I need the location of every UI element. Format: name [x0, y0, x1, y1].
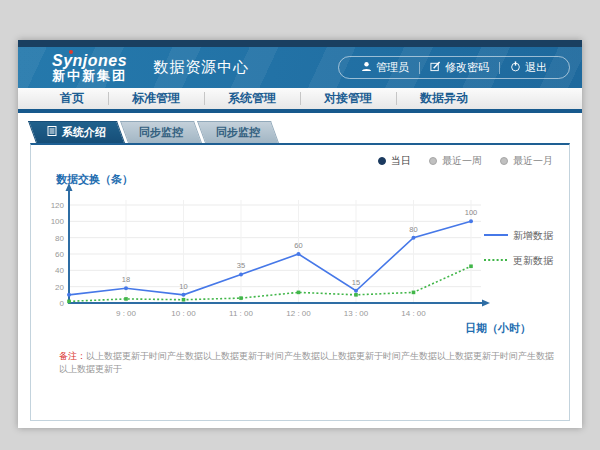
document-icon — [47, 121, 57, 143]
time-filter: 当日 最近一周 最近一月 — [378, 154, 553, 168]
logout-label: 退出 — [525, 60, 547, 75]
svg-text:100: 100 — [465, 208, 478, 217]
user-icon — [361, 61, 372, 74]
svg-text:18: 18 — [122, 275, 130, 284]
user-toolbar: 管理员 修改密码 退出 — [338, 56, 570, 79]
radio-icon — [500, 157, 508, 165]
filter-option-last-month[interactable]: 最近一月 — [500, 154, 553, 168]
nav-item-integration-mgmt[interactable]: 对接管理 — [300, 90, 396, 107]
nav-item-system-mgmt[interactable]: 系统管理 — [204, 90, 300, 107]
chart-panel: 当日 最近一周 最近一月 0204060801001209 : 0010 : 0… — [30, 143, 570, 421]
logout-button[interactable]: 退出 — [500, 60, 557, 75]
radio-selected-icon — [378, 157, 386, 165]
svg-text:20: 20 — [55, 283, 64, 292]
filter-option-last-week[interactable]: 最近一周 — [429, 154, 482, 168]
filter-option-today[interactable]: 当日 — [378, 154, 411, 168]
svg-text:15: 15 — [352, 278, 360, 287]
filter-label: 当日 — [391, 154, 411, 168]
app-window: Synjones 新中新集团 数据资源中心 管理员 修改密码 退出 — [18, 40, 582, 428]
content-area: 系统介绍 同步监控 同步监控 当日 — [18, 121, 582, 421]
tab-sync-monitor-1[interactable]: 同步监控 — [124, 121, 198, 143]
radio-icon — [429, 157, 437, 165]
edit-icon — [430, 61, 441, 74]
header: Synjones 新中新集团 数据资源中心 管理员 修改密码 退出 — [18, 47, 582, 88]
main-nav: 首页 标准管理 系统管理 对接管理 数据异动 — [18, 88, 582, 113]
remark-label: 备注： — [59, 351, 86, 361]
svg-text:80: 80 — [55, 234, 64, 243]
tab-label: 同步监控 — [139, 121, 183, 143]
power-icon — [510, 61, 521, 74]
remark-text: 以上数据更新于时间产生数据以上数据更新于时间产生数据以上数据更新于时间产生数据以… — [59, 351, 554, 374]
svg-text:9 : 00: 9 : 00 — [116, 309, 137, 318]
svg-text:数据交换（条）: 数据交换（条） — [55, 173, 133, 186]
svg-text:10: 10 — [179, 282, 187, 291]
filter-label: 最近一周 — [442, 154, 482, 168]
change-password-button[interactable]: 修改密码 — [420, 60, 499, 75]
svg-text:100: 100 — [51, 217, 65, 226]
tab-sync-monitor-2[interactable]: 同步监控 — [201, 121, 275, 143]
filter-label: 最近一月 — [513, 154, 553, 168]
svg-text:12 : 00: 12 : 00 — [286, 309, 311, 318]
change-password-label: 修改密码 — [445, 60, 489, 75]
tab-label: 系统介绍 — [62, 121, 106, 143]
svg-text:11 : 00: 11 : 00 — [229, 309, 253, 318]
svg-text:更新数据: 更新数据 — [513, 255, 554, 266]
tab-label: 同步监控 — [216, 121, 260, 143]
svg-text:日期（小时）: 日期（小时） — [465, 322, 531, 335]
svg-text:0: 0 — [60, 299, 65, 308]
svg-text:13 : 00: 13 : 00 — [344, 309, 369, 318]
svg-text:40: 40 — [55, 266, 64, 275]
svg-text:60: 60 — [55, 250, 64, 259]
logo-text: Synjones — [52, 52, 127, 70]
top-strip — [18, 40, 582, 47]
svg-text:120: 120 — [51, 201, 65, 210]
desktop-background: Synjones 新中新集团 数据资源中心 管理员 修改密码 退出 — [0, 0, 600, 450]
tab-bar: 系统介绍 同步监控 同步监控 — [32, 121, 582, 143]
logo-subtext: 新中新集团 — [52, 69, 127, 83]
logo-accent-dot — [69, 50, 73, 54]
logo: Synjones 新中新集团 — [52, 52, 127, 84]
user-name-label: 管理员 — [376, 60, 409, 75]
svg-text:80: 80 — [409, 225, 417, 234]
page-title: 数据资源中心 — [153, 58, 249, 77]
remark: 备注：以上数据更新于时间产生数据以上数据更新于时间产生数据以上数据更新于时间产生… — [59, 350, 559, 375]
user-menu[interactable]: 管理员 — [351, 60, 419, 75]
svg-text:60: 60 — [294, 241, 302, 250]
svg-text:14 : 00: 14 : 00 — [401, 309, 426, 318]
svg-text:新增数据: 新增数据 — [513, 230, 554, 241]
nav-item-home[interactable]: 首页 — [36, 90, 108, 107]
svg-text:10 : 00: 10 : 00 — [171, 309, 196, 318]
svg-text:35: 35 — [237, 261, 245, 270]
tab-system-intro[interactable]: 系统介绍 — [32, 121, 121, 143]
nav-item-standard-mgmt[interactable]: 标准管理 — [108, 90, 204, 107]
nav-item-data-change[interactable]: 数据异动 — [396, 90, 492, 107]
